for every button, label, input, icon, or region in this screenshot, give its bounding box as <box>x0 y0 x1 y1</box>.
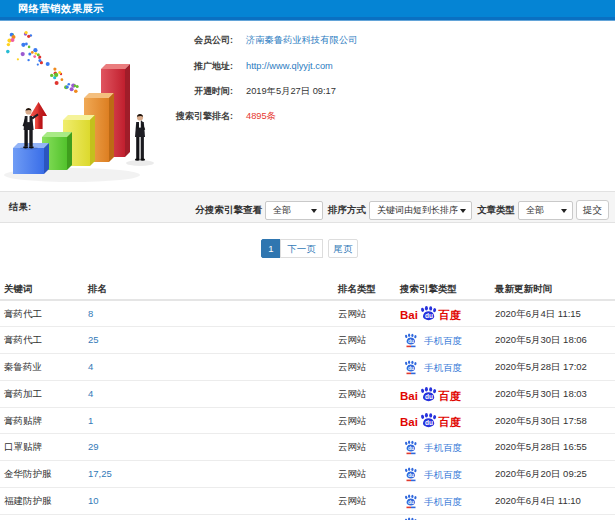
mobile-baidu-du-text: du <box>408 445 414 451</box>
rank-type-cell: 云网站 <box>338 461 367 487</box>
keyword-cell: 福建防护服 <box>4 488 52 514</box>
keyword-cell: 膏药代工 <box>4 301 42 327</box>
submit-button[interactable]: 提交 <box>576 200 609 220</box>
engine-logo-cell: du 手机百度 <box>400 434 462 461</box>
keyword-cell: 口罩贴牌 <box>4 434 42 460</box>
result-label: 结果: <box>9 192 31 222</box>
engine-logo-cell: Bai du 百度 <box>400 301 462 328</box>
rank-type-cell: 云网站 <box>338 434 367 460</box>
sort-filter-label: 排序方式 <box>328 204 366 217</box>
ranking-table: 关键词 排名 排名类型 搜索引擎类型 最新更新时间 膏药代工8云网站2020年6… <box>0 277 615 520</box>
engine-filter-label: 分搜索引擎查看 <box>196 204 263 217</box>
rank-count-label: 搜索引擎排名: <box>0 110 233 123</box>
table-row: 福建防护服10云网站2020年6月4日 11:10 du 手机百度 <box>0 488 615 515</box>
baidu-logo-cn-text: 百度 <box>438 389 462 401</box>
dropdown-arrow-icon <box>311 209 317 213</box>
mobile-baidu-logo: du 手机百度 <box>400 467 462 482</box>
baidu-logo-cn-text: 百度 <box>438 416 462 428</box>
promo-url-link[interactable]: http://www.qlyyjt.com <box>246 61 333 71</box>
company-link[interactable]: 济南秦鲁药业科技有限公司 <box>246 34 358 47</box>
next-page-button[interactable]: 下一页 <box>280 239 323 258</box>
open-time-value: 2019年5月27日 09:17 <box>246 85 336 98</box>
baidu-logo-latin-text: Bai <box>400 309 418 321</box>
rank-count-value: 4895条 <box>246 110 276 123</box>
rank-link[interactable]: 10 <box>88 488 99 514</box>
sort-filter-value: 关键词由短到长排序 <box>377 205 458 215</box>
last-page-button[interactable]: 尾页 <box>328 239 358 258</box>
keyword-cell: 膏药代工 <box>4 327 42 353</box>
keyword-cell: 秦鲁药业 <box>4 354 42 380</box>
hero-section: 会员公司: 济南秦鲁药业科技有限公司 推广地址: http://www.qlyy… <box>0 21 615 191</box>
rank-link[interactable]: 1 <box>88 408 93 434</box>
table-header: 关键词 排名 排名类型 搜索引擎类型 最新更新时间 <box>0 277 615 301</box>
engine-filter-select[interactable]: 全部 <box>265 201 323 220</box>
baidu-logo-cn-text: 百度 <box>438 309 462 321</box>
table-row-partial: du 手机百度 <box>0 515 615 520</box>
table-row: 膏药加工4云网站2020年5月30日 18:03 Bai du 百度 <box>0 381 615 408</box>
engine-logo-cell: du 手机百度 <box>400 461 462 488</box>
title-bar: 网络营销效果展示 <box>0 0 615 21</box>
engine-logo-cell: Bai du 百度 <box>400 381 462 408</box>
header-keyword: 关键词 <box>4 277 33 301</box>
engine-logo-cell: du 手机百度 <box>400 488 462 515</box>
company-label: 会员公司: <box>0 34 233 47</box>
mobile-baidu-du-text: du <box>408 499 414 505</box>
header-updated: 最新更新时间 <box>495 277 552 301</box>
sort-filter-select[interactable]: 关键词由短到长排序 <box>369 201 472 220</box>
rank-link[interactable]: 4 <box>88 354 93 380</box>
rank-type-cell: 云网站 <box>338 488 367 514</box>
updated-cell: 2020年5月28日 16:55 <box>495 434 587 460</box>
rank-link[interactable]: 25 <box>88 327 99 353</box>
header-engine-type: 搜索引擎类型 <box>400 277 457 301</box>
mobile-baidu-logo: du 手机百度 <box>400 494 462 509</box>
mobile-baidu-label-text: 手机百度 <box>424 496 462 507</box>
article-type-filter-label: 文章类型 <box>477 204 515 217</box>
rank-link[interactable]: 29 <box>88 434 99 460</box>
table-body: 膏药代工8云网站2020年6月4日 11:15 Bai du 百度 膏药代工25… <box>0 301 615 520</box>
table-row: 口罩贴牌29云网站2020年5月28日 16:55 du 手机百度 <box>0 434 615 461</box>
rank-link[interactable]: 4 <box>88 381 93 407</box>
engine-filter-value: 全部 <box>273 205 291 215</box>
updated-cell: 2020年6月20日 09:25 <box>495 461 587 487</box>
keyword-cell: 膏药贴牌 <box>4 408 42 434</box>
open-time-label: 开通时间: <box>0 85 233 98</box>
keyword-cell: 金华防护服 <box>4 461 52 487</box>
mobile-baidu-label-text: 手机百度 <box>424 362 462 373</box>
baidu-logo-du-text: du <box>425 393 433 400</box>
info-row-rank-count: 搜索引擎排名: 4895条 <box>0 104 615 129</box>
mobile-baidu-label-text: 手机百度 <box>424 335 462 346</box>
member-info: 会员公司: 济南秦鲁药业科技有限公司 推广地址: http://www.qlyy… <box>0 28 615 130</box>
info-row-open-time: 开通时间: 2019年5月27日 09:17 <box>0 79 615 104</box>
baidu-logo-du-text: du <box>425 313 433 320</box>
page: 网络营销效果展示 <box>0 0 615 520</box>
rank-link[interactable]: 17,25 <box>88 461 112 487</box>
mobile-baidu-logo: du 手机百度 <box>400 360 462 375</box>
engine-logo-cell: du 手机百度 <box>400 327 462 354</box>
baidu-logo: Bai du 百度 <box>400 386 462 403</box>
updated-cell: 2020年5月30日 18:06 <box>495 327 587 353</box>
table-row: 膏药代工25云网站2020年5月30日 18:06 du 手机百度 <box>0 327 615 354</box>
keyword-cell: 膏药加工 <box>4 381 42 407</box>
article-type-filter-value: 全部 <box>526 205 544 215</box>
mobile-baidu-label-text: 手机百度 <box>424 469 462 480</box>
table-row: 秦鲁药业4云网站2020年5月28日 17:02 du 手机百度 <box>0 354 615 381</box>
page-title: 网络营销效果展示 <box>18 0 104 18</box>
mobile-baidu-label-text: 手机百度 <box>424 442 462 453</box>
page-1-button[interactable]: 1 <box>261 239 281 258</box>
engine-logo-cell: du 手机百度 <box>400 517 462 520</box>
pagination: 1 下一页 尾页 <box>2 239 615 258</box>
updated-cell: 2020年6月4日 11:15 <box>495 301 581 327</box>
article-type-filter-select[interactable]: 全部 <box>518 201 573 220</box>
header-rank-type: 排名类型 <box>338 277 376 301</box>
baidu-logo-latin-text: Bai <box>400 416 418 428</box>
filters-group: 分搜索引擎查看 全部 排序方式 关键词由短到长排序 文章类型 全部 提交 <box>196 195 610 225</box>
table-row: 膏药代工8云网站2020年6月4日 11:15 Bai du 百度 <box>0 301 615 328</box>
mobile-baidu-logo: du 手机百度 <box>400 517 462 520</box>
info-row-company: 会员公司: 济南秦鲁药业科技有限公司 <box>0 28 615 53</box>
baidu-logo-latin-text: Bai <box>400 389 418 401</box>
engine-logo-cell: Bai du 百度 <box>400 408 462 435</box>
rank-link[interactable]: 8 <box>88 301 93 327</box>
mobile-baidu-logo: du 手机百度 <box>400 333 462 348</box>
rank-type-cell: 云网站 <box>338 381 367 407</box>
table-row: 金华防护服17,25云网站2020年6月20日 09:25 du 手机百度 <box>0 461 615 488</box>
